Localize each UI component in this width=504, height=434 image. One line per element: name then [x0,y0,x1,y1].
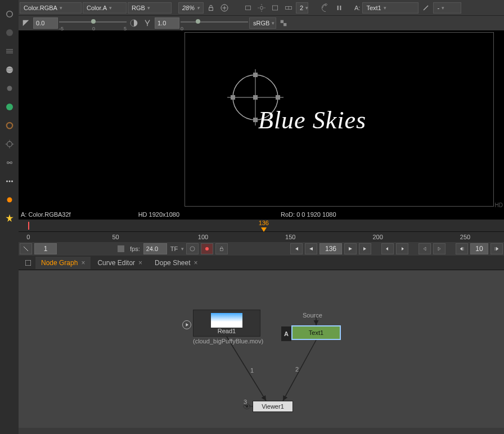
svg-point-10 [11,180,13,182]
panel-tab-bar: Node Graph× Curve Editor× Dope Sheet× [19,256,504,270]
node-text1[interactable]: A Text1 [291,325,341,340]
gain-slider[interactable]: -5 0 5 [59,17,127,29]
svg-rect-14 [245,6,250,10]
gamma-slider[interactable]: 0 [181,17,248,29]
close-icon[interactable]: × [81,259,85,267]
svg-point-4 [7,86,12,91]
timeline[interactable]: 136 0 50 100 150 200 250 [19,220,504,242]
node-read1-filename: (cloud_bigPuffyBlue.mov) [193,338,260,345]
colorspace-dropdown[interactable]: RGB [128,2,172,14]
tool-dots[interactable] [0,172,19,190]
svg-line-35 [227,337,266,401]
gamma-icon[interactable] [141,17,154,29]
tool-tracker[interactable] [0,190,19,209]
tool-brown[interactable] [0,116,19,135]
svg-point-8 [6,180,8,182]
alpha-dropdown[interactable]: Color.A [83,2,127,14]
add-icon[interactable] [218,2,231,14]
increment-input[interactable]: 10 [470,243,488,254]
record-icon[interactable] [201,243,213,254]
float-panel-icon[interactable] [22,257,34,269]
zoom-dropdown[interactable]: 28% [178,2,204,14]
tool-green[interactable] [0,97,19,116]
go-last-button[interactable] [359,243,371,254]
layer-dropdown[interactable]: Color.RGBA [20,2,82,14]
edge-label-3: 3 [244,399,247,405]
slash-icon[interactable] [420,2,432,14]
viewer-area[interactable]: Blue Skies HD [19,30,504,209]
tab-node-graph[interactable]: Node Graph× [35,257,91,269]
step-back-button[interactable] [381,243,394,254]
input-b-dropdown[interactable]: - [433,2,461,14]
clip-icon[interactable] [242,2,254,14]
contrast-icon[interactable] [128,17,140,29]
go-first-button[interactable] [290,243,303,254]
pause-icon[interactable] [333,2,345,14]
proxy-dropdown[interactable]: 2 [296,2,308,14]
node-text1-source-label: Source [303,312,322,319]
first-frame-input[interactable]: 1 [34,243,57,254]
gain-icon[interactable] [20,17,32,29]
timeline-caret-icon[interactable] [261,227,267,232]
window-icon[interactable] [269,2,281,14]
svg-point-2 [6,66,13,73]
play-forward-button[interactable] [344,243,357,254]
key-prev-button[interactable] [418,243,431,254]
svg-point-31 [190,247,195,251]
tool-star[interactable] [0,209,19,227]
turbo-icon[interactable] [186,243,199,254]
input-a-dropdown[interactable]: Text1 [362,2,418,14]
close-icon[interactable]: × [194,259,198,267]
viewer-toolbar-row2: -5 0 5 0 sRGB [19,16,504,30]
close-icon[interactable]: × [138,259,142,267]
tab-dope-sheet[interactable]: Dope Sheet× [149,257,203,269]
tool-noise[interactable] [0,23,19,42]
checker-icon[interactable] [277,17,290,29]
tool-lines[interactable] [0,42,19,60]
node-read1[interactable]: Read1 [193,310,260,337]
viewer-info-bar: A: Color.RGBA32f HD 1920x1080 RoD: 0 0 1… [19,209,504,220]
svg-rect-34 [25,260,30,265]
gain-input[interactable] [33,17,58,29]
svg-rect-12 [209,7,213,10]
playback-bar: 1 fps: TF ▾ 136 10 [19,242,504,256]
fps-label: fps: [129,245,141,252]
refresh-icon[interactable] [320,2,332,14]
svg-line-36 [283,340,316,401]
svg-point-32 [205,247,209,250]
expand-icon[interactable] [20,243,32,254]
current-frame-input[interactable]: 136 [320,243,342,254]
svg-point-40 [246,405,248,408]
viewer-info-a: A: Color.RGBA32f [21,211,71,218]
tab-curve-editor[interactable]: Curve Editor× [92,257,148,269]
edge-label-2: 2 [295,366,299,373]
gamma-input[interactable] [155,17,179,29]
node-play-icon[interactable] [182,320,192,332]
node-viewer1[interactable]: Viewer1 [253,401,293,412]
display-colorspace-dropdown[interactable]: sRGB [249,17,276,29]
tool-paintbrush[interactable] [0,5,19,23]
node-text1-a-label: A [281,326,291,341]
tool-sphere[interactable] [0,60,19,79]
svg-rect-19 [340,6,341,10]
node-graph-panel[interactable]: Read1 (cloud_bigPuffyBlue.mov) Source A … [19,270,504,428]
input-a-label: A: [353,5,361,11]
fps-input[interactable] [143,243,167,254]
lock-playback-icon[interactable] [215,243,228,254]
svg-rect-16 [272,6,277,10]
tool-gear[interactable] [0,79,19,97]
gear-icon[interactable] [255,2,268,14]
play-reverse-button[interactable] [305,243,317,254]
incr-back-button[interactable] [456,243,468,254]
key-next-button[interactable] [433,243,446,254]
viewer-info-hd: HD 1920x1080 [138,211,179,218]
wipe-icon[interactable] [282,2,295,14]
tool-infinity[interactable] [0,153,19,172]
svg-point-5 [6,104,13,110]
step-fwd-button[interactable] [396,243,408,254]
svg-rect-26 [253,95,258,100]
tool-rotate[interactable] [0,135,19,153]
incr-fwd-button[interactable] [490,243,503,254]
lock-icon[interactable] [205,2,217,14]
viewer-canvas[interactable]: Blue Skies [184,32,494,207]
